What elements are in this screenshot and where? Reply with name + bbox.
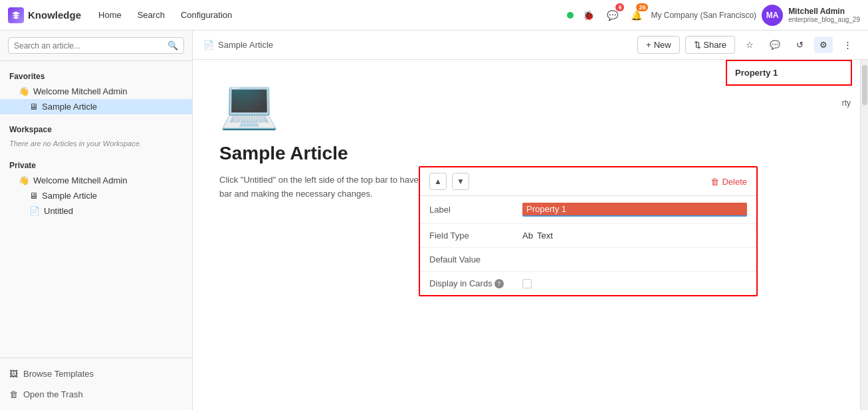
search-icon[interactable]: 🔍 <box>167 41 178 51</box>
page-icon: 📄 <box>29 206 40 216</box>
nav-home[interactable]: Home <box>92 7 128 23</box>
main-layout: 🔍 Favorites 👋 Welcome Mitchell Admin 🖥 S… <box>0 31 868 410</box>
pep-field-type-label: Field Type <box>429 231 522 241</box>
question-mark-icon[interactable]: ? <box>494 279 504 288</box>
laptop-emoji: 💻 <box>219 76 279 132</box>
breadcrumb: 📄 Sample Article <box>203 40 632 50</box>
breadcrumb-text: Sample Article <box>218 40 273 50</box>
alerts-badge: 26 <box>636 3 648 11</box>
sidebar-footer: 🖼 Browse Templates 🗑 Open the Trash <box>0 358 192 410</box>
status-dot <box>567 12 574 19</box>
nav-configuration[interactable]: Configuration <box>174 7 239 23</box>
property-panel-header: Property 1 <box>726 60 852 86</box>
pep-label-text: Label <box>429 205 522 215</box>
nav-right: 🐞 💬 6 🔔 26 My Company (San Francisco) MA… <box>567 5 860 26</box>
article-toolbar: 📄 Sample Article + + New New ⇅ Share ☆ 💬… <box>193 31 868 60</box>
comment-button[interactable]: 💬 <box>764 37 786 53</box>
trash-icon: 🗑 <box>9 389 18 399</box>
wave-icon-2: 👋 <box>19 175 29 185</box>
sidebar-item-untitled[interactable]: 📄 Untitled <box>0 203 192 219</box>
pep-field-type-value[interactable]: Ab Text <box>522 231 747 241</box>
pep-delete-btn[interactable]: 🗑 Delete <box>710 177 747 187</box>
app-logo[interactable]: Knowledge <box>8 7 81 23</box>
content-area: 📄 Sample Article + + New New ⇅ Share ☆ 💬… <box>193 31 868 410</box>
scrollbar-track[interactable] <box>860 60 868 410</box>
browse-templates-icon: 🖼 <box>9 369 18 379</box>
user-info: Mitchell Admin enterprise_blog_aug_29 <box>788 7 860 23</box>
pep-down-arrow[interactable]: ▼ <box>452 173 469 190</box>
settings-button[interactable]: ⚙ <box>814 37 833 53</box>
workspace-heading: Workspace <box>0 121 192 137</box>
sidebar-item-sample-article-favorites[interactable]: 🖥 Sample Article <box>0 99 192 114</box>
open-trash-btn[interactable]: 🗑 Open the Trash <box>0 384 192 405</box>
article-icon: 🖥 <box>29 102 38 112</box>
pep-display-in-cards-row: Display in Cards ? <box>420 272 756 295</box>
new-button[interactable]: + + New New <box>637 36 680 54</box>
sidebar: 🔍 Favorites 👋 Welcome Mitchell Admin 🖥 S… <box>0 31 193 410</box>
ab-icon: Ab <box>522 231 533 241</box>
alerts-icon-btn[interactable]: 🔔 26 <box>627 6 645 25</box>
pep-up-arrow[interactable]: ▲ <box>429 173 447 190</box>
private-heading: Private <box>0 157 192 173</box>
field-type-text: Text <box>537 231 553 241</box>
star-button[interactable]: ☆ <box>740 37 759 53</box>
breadcrumb-icon: 📄 <box>203 40 214 50</box>
sidebar-content: Favorites 👋 Welcome Mitchell Admin 🖥 Sam… <box>0 61 192 358</box>
search-box[interactable]: 🔍 <box>8 37 184 54</box>
display-cards-checkbox[interactable] <box>522 279 532 288</box>
article-content-wrapper: 💻 Sample Article Click "Untitled" on the… <box>193 60 868 410</box>
bug-icon-btn[interactable]: 🐞 <box>579 6 597 25</box>
user-sub: enterprise_blog_aug_29 <box>788 16 860 23</box>
sidebar-item-welcome-private[interactable]: 👋 Welcome Mitchell Admin <box>0 173 192 188</box>
sidebar-item-welcome-favorites[interactable]: 👋 Welcome Mitchell Admin <box>0 84 192 99</box>
article-main: 💻 Sample Article Click "Untitled" on the… <box>193 60 860 410</box>
trash-icon-small: 🗑 <box>710 177 719 187</box>
company-name: My Company (San Francisco) <box>651 11 756 20</box>
pep-label-input[interactable] <box>522 203 747 217</box>
pep-display-cards-label: Display in Cards ? <box>429 278 522 288</box>
pep-default-value-row: Default Value <box>420 248 756 272</box>
article-icon-2: 🖥 <box>29 191 38 201</box>
pep-toolbar: ▲ ▼ 🗑 Delete <box>420 167 756 196</box>
browse-templates-btn[interactable]: 🖼 Browse Templates <box>0 363 192 384</box>
search-input[interactable] <box>14 41 163 51</box>
messages-badge: 6 <box>615 3 624 11</box>
nav-links: Home Search Configuration <box>92 7 239 23</box>
property-partial-label: rty <box>842 98 851 108</box>
favorites-heading: Favorites <box>0 68 192 84</box>
sidebar-search-area: 🔍 <box>0 31 192 61</box>
workspace-empty-text: There are no Articles in your Workspace. <box>0 137 192 150</box>
messages-icon-btn[interactable]: 💬 6 <box>603 6 621 25</box>
wave-icon: 👋 <box>19 86 29 96</box>
pep-default-value-label: Default Value <box>429 255 522 264</box>
pep-label-row: Label <box>420 196 756 224</box>
pep-display-cards-value <box>522 279 747 288</box>
property-edit-panel: ▲ ▼ 🗑 Delete Label Field <box>419 166 758 296</box>
share-button[interactable]: ⇅ Share <box>685 36 735 54</box>
nav-search[interactable]: Search <box>131 7 171 23</box>
app-name: Knowledge <box>28 9 81 21</box>
more-options-button[interactable]: ⋮ <box>838 37 857 53</box>
logo-icon <box>8 7 24 23</box>
pep-label-value <box>522 203 747 217</box>
new-icon: + <box>646 40 651 50</box>
sidebar-item-sample-article-private[interactable]: 🖥 Sample Article <box>0 188 192 203</box>
article-title: Sample Article <box>219 143 833 164</box>
scrollbar-thumb[interactable] <box>862 65 867 105</box>
user-name: Mitchell Admin <box>788 7 860 16</box>
top-navigation: Knowledge Home Search Configuration 🐞 💬 … <box>0 0 868 31</box>
pep-field-type-row: Field Type Ab Text <box>420 224 756 248</box>
history-button[interactable]: ↺ <box>791 37 809 53</box>
user-avatar[interactable]: MA <box>762 5 783 26</box>
